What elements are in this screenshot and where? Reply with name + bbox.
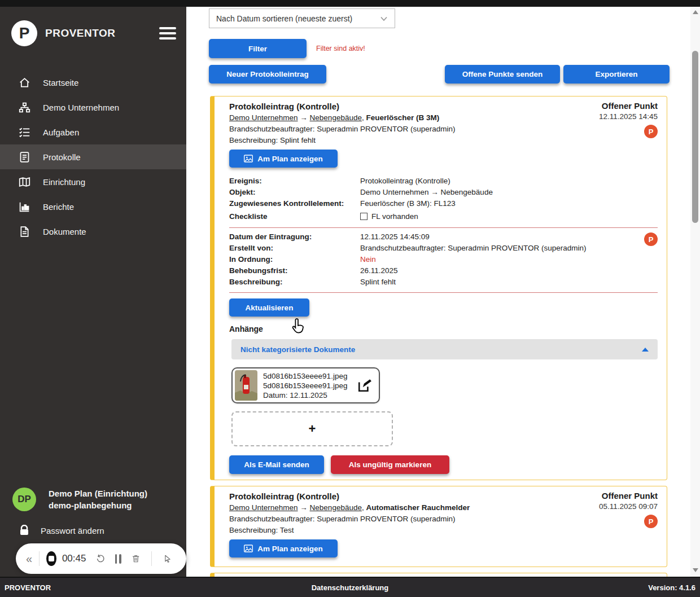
- sidebar-item-label: Einrichtung: [43, 177, 85, 187]
- sitemap-icon: [17, 101, 32, 113]
- cursor-tool-icon[interactable]: [163, 552, 172, 565]
- breadcrumb-link-company[interactable]: Demo Unternehmen: [229, 503, 298, 512]
- attachment-filename: 5d0816b153eeee91.jpeg: [263, 371, 347, 381]
- stop-recording-icon[interactable]: [46, 551, 56, 566]
- sidebar-item-label: Startseite: [43, 78, 78, 87]
- breadcrumb-link-building[interactable]: Nebengebäude: [310, 113, 362, 122]
- card-title: Protokolleintrag (Kontrolle): [229, 491, 658, 502]
- logo-letter: P: [19, 24, 30, 42]
- sort-select[interactable]: Nach Datum sortieren (neueste zuerst): [209, 8, 395, 28]
- chevron-up-icon: [642, 348, 649, 352]
- image-icon: [244, 545, 253, 552]
- recording-time: 00:45: [62, 553, 86, 564]
- attachment-thumbnail: [235, 370, 257, 401]
- scrollbar[interactable]: [690, 7, 700, 577]
- breadcrumb-link-building[interactable]: Nebengebäude: [310, 503, 362, 512]
- entry-datetime: 05.11.2025 09:07: [599, 502, 658, 511]
- edit-icon[interactable]: [357, 378, 372, 393]
- add-attachment-button[interactable]: +: [231, 411, 393, 446]
- checklist-item: FL vorhanden: [360, 211, 418, 222]
- card-status-block: Offener Punkt 05.11.2025 09:07 P: [599, 491, 658, 528]
- chevron-down-icon: [380, 15, 388, 23]
- sidebar-item-label: Demo Unternehmen: [43, 103, 119, 112]
- sidebar-item-label: Aufgaben: [43, 128, 79, 137]
- attachment-item[interactable]: 5d0816b153eeee91.jpeg 5d0816b153eeee91.j…: [231, 367, 380, 403]
- creator-line: Brandschutzbeauftragter: Superadmin PROV…: [229, 513, 658, 525]
- in-ordnung-value: Nein: [360, 254, 376, 265]
- detail-row: Objekt: Demo Unternehmen → Nebengebäude: [229, 187, 658, 198]
- mark-invalid-button[interactable]: Als ungültig markieren: [331, 455, 449, 474]
- sort-select-value: Nach Datum sortieren (neueste zuerst): [216, 14, 352, 23]
- privacy-policy-link[interactable]: Datenschutzerklärung: [0, 583, 700, 592]
- plus-icon: +: [309, 422, 316, 436]
- user-name: Demo Plan (Einrichtung): [49, 488, 147, 499]
- user-profile[interactable]: DP Demo Plan (Einrichtung) demo-planbege…: [12, 488, 182, 511]
- filter-active-note: Filter sind aktiv!: [316, 45, 365, 52]
- sidebar-item-startseite[interactable]: Startseite: [0, 70, 186, 95]
- status-badge: Offener Punkt: [599, 101, 658, 111]
- send-open-points-button[interactable]: Offene Punkte senden: [445, 65, 560, 84]
- change-password-label: Passwort ändern: [41, 526, 104, 535]
- recorder-collapse-icon[interactable]: «: [26, 552, 32, 565]
- version-label: Version: 4.1.6: [648, 583, 695, 592]
- entry-datetime: 12.11.2025 14:45: [599, 112, 658, 121]
- divider: [229, 227, 658, 228]
- screen-recorder-toolbar: « 00:45: [16, 543, 186, 574]
- restart-recording-icon[interactable]: [96, 552, 104, 565]
- new-protocol-entry-button[interactable]: Neuer Protokolleintrag: [209, 65, 326, 84]
- document-icon: [17, 225, 32, 238]
- sidebar: P PROVENTOR Startseite Demo Unternehmen …: [0, 7, 186, 577]
- main-content: Nach Datum sortieren (neueste zuerst) Fi…: [186, 7, 700, 577]
- description-line: Beschreibung: Splint fehlt: [229, 135, 658, 146]
- change-password-link[interactable]: Passwort ändern: [19, 525, 104, 536]
- sidebar-item-label: Dokumente: [43, 227, 86, 236]
- breadcrumb: Demo Unternehmen → Nebengebäude, Automat…: [229, 502, 658, 513]
- show-on-plan-button[interactable]: Am Plan anzeigen: [229, 539, 338, 558]
- window-top-bar: [0, 0, 700, 7]
- scrollbar-thumb[interactable]: [692, 51, 698, 223]
- proventor-badge-icon: P: [644, 125, 658, 138]
- sidebar-item-einrichtung[interactable]: Einrichtung: [0, 169, 186, 194]
- sidebar-item-aufgaben[interactable]: Aufgaben: [0, 120, 186, 144]
- arrow-icon: →: [300, 113, 308, 122]
- scroll-up-icon[interactable]: [693, 10, 698, 14]
- protocol-card: Offener Punkt 12.11.2025 14:45 P Protoko…: [210, 96, 667, 480]
- protocol-list: Offener Punkt 12.11.2025 14:45 P Protoko…: [210, 96, 667, 577]
- card-title: Protokolleintrag (Kontrolle): [229, 101, 658, 112]
- recorder-divider: [39, 551, 40, 566]
- update-button[interactable]: Aktualisieren: [229, 298, 309, 317]
- chart-icon: [17, 200, 32, 213]
- pause-recording-icon[interactable]: [115, 554, 121, 564]
- attachment-text: 5d0816b153eeee91.jpeg 5d0816b153eeee91.j…: [263, 371, 347, 400]
- attachment-date: Datum: 12.11.2025: [263, 390, 347, 400]
- sidebar-item-dokumente[interactable]: Dokumente: [0, 219, 186, 244]
- checklist-row: Checkliste FL vorhanden: [229, 210, 658, 223]
- proventor-logo: P: [11, 20, 37, 46]
- card-status-block: Offener Punkt 12.11.2025 14:45 P: [599, 101, 658, 138]
- brand-row: P PROVENTOR: [0, 7, 186, 60]
- sidebar-nav: Startseite Demo Unternehmen Aufgaben Pro…: [0, 70, 186, 244]
- breadcrumb: Demo Unternehmen → Nebengebäude, Feuerlö…: [229, 112, 658, 124]
- home-icon: [17, 76, 32, 89]
- breadcrumb-link-company[interactable]: Demo Unternehmen: [229, 113, 298, 122]
- sidebar-item-berichte[interactable]: Berichte: [0, 194, 186, 219]
- checkbox[interactable]: [360, 213, 368, 220]
- delete-recording-icon[interactable]: [132, 552, 140, 565]
- brand-name: PROVENTOR: [45, 27, 159, 39]
- user-names: Demo Plan (Einrichtung) demo-planbegehun…: [49, 488, 147, 511]
- export-button[interactable]: Exportieren: [563, 65, 670, 84]
- sidebar-item-demo-unternehmen[interactable]: Demo Unternehmen: [0, 95, 186, 120]
- protocol-card: Offener Punkt Protokolleintrag (Kontroll…: [210, 573, 667, 577]
- attachments-title: Anhänge: [229, 323, 658, 335]
- filter-button[interactable]: Filter: [209, 39, 307, 58]
- attachments-accordion[interactable]: Nicht kategorisierte Dokumente: [231, 339, 658, 359]
- send-email-button[interactable]: Als E-Mail senden: [229, 455, 324, 474]
- map-icon: [17, 175, 32, 188]
- sidebar-item-protokolle[interactable]: Protokolle: [0, 144, 186, 169]
- tasks-icon: [17, 126, 32, 138]
- menu-toggle-icon[interactable]: [159, 27, 176, 39]
- entry-detail-block: P Datum der Eintragung:12.11.2025 14:45:…: [229, 231, 658, 288]
- control-element-name: Feuerlöscher (B 3M): [366, 113, 439, 122]
- scroll-down-icon[interactable]: [693, 568, 698, 572]
- show-on-plan-button[interactable]: Am Plan anzeigen: [229, 150, 338, 168]
